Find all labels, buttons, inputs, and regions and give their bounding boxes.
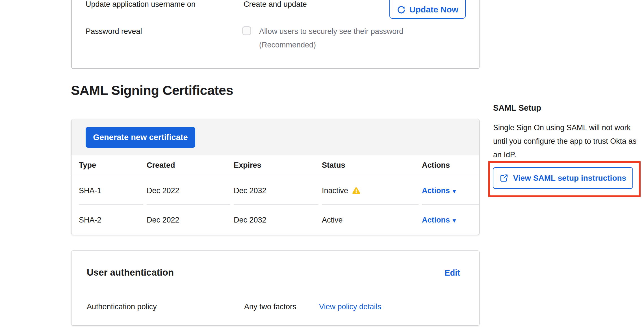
cell-expires: Dec 2032 [234, 206, 318, 235]
saml-certificates-panel: Generate new certificate Type Created Ex… [71, 119, 480, 235]
certificates-panel-header: Generate new certificate [71, 119, 479, 155]
password-reveal-label: Password reveal [86, 27, 142, 36]
status-badge: Active [322, 216, 343, 224]
cell-created: Dec 2022 [147, 177, 230, 205]
authentication-policy-label: Authentication policy [87, 302, 157, 311]
cell-created: Dec 2022 [147, 206, 230, 235]
password-reveal-description-line2: (Recommended) [259, 41, 316, 49]
authentication-policy-value: Any two factors [244, 302, 296, 311]
cell-actions: Actions▾ [422, 177, 479, 205]
view-saml-setup-instructions-label: View SAML setup instructions [513, 174, 626, 183]
external-link-icon [500, 174, 508, 182]
cell-expires: Dec 2032 [234, 177, 318, 205]
password-reveal-description-line1: Allow users to securely see their passwo… [259, 27, 403, 36]
column-header-status: Status [322, 155, 419, 176]
refresh-icon [397, 5, 406, 14]
okta-sign-on-settings-page: Update application username on Create an… [0, 0, 644, 327]
page-title: SAML Signing Certificates [71, 82, 233, 98]
cell-actions: Actions▾ [422, 206, 479, 235]
actions-dropdown[interactable]: Actions▾ [422, 186, 456, 195]
cell-status: Active [322, 206, 419, 235]
certificates-table-header: Type Created Expires Status Actions [71, 155, 479, 176]
chevron-down-icon: ▾ [453, 217, 456, 224]
cell-type: SHA-1 [79, 177, 143, 205]
column-header-actions: Actions [422, 155, 479, 176]
table-row: SHA-2 Dec 2022 Dec 2032 Active Actions▾ [71, 206, 479, 235]
edit-link[interactable]: Edit [444, 268, 460, 278]
user-authentication-title: User authentication [87, 267, 174, 278]
chevron-down-icon: ▾ [453, 188, 456, 195]
table-row: SHA-1 Dec 2022 Dec 2032 Inactive Actions… [71, 177, 479, 205]
saml-setup-title: SAML Setup [493, 103, 541, 113]
view-policy-details-link[interactable]: View policy details [319, 302, 381, 311]
password-reveal-checkbox[interactable] [242, 26, 251, 35]
actions-dropdown-label: Actions [422, 186, 450, 195]
update-username-label: Update application username on [86, 0, 196, 9]
warning-triangle-icon [352, 186, 361, 195]
view-saml-setup-instructions-button[interactable]: View SAML setup instructions [493, 167, 633, 189]
column-header-created: Created [147, 155, 230, 176]
update-now-button[interactable]: Update Now [389, 0, 466, 19]
cell-type: SHA-2 [79, 206, 143, 235]
actions-dropdown-label: Actions [422, 216, 450, 224]
generate-certificate-button[interactable]: Generate new certificate [86, 127, 195, 148]
column-header-expires: Expires [234, 155, 318, 176]
update-username-value: Create and update [244, 0, 307, 9]
cell-status: Inactive [322, 177, 419, 205]
column-header-type: Type [79, 155, 143, 176]
status-badge: Inactive [322, 186, 348, 195]
update-now-label: Update Now [409, 5, 458, 14]
user-authentication-panel: User authentication Edit Authentication … [71, 250, 480, 326]
saml-setup-description: Single Sign On using SAML will not work … [493, 121, 640, 162]
actions-dropdown[interactable]: Actions▾ [422, 216, 456, 224]
